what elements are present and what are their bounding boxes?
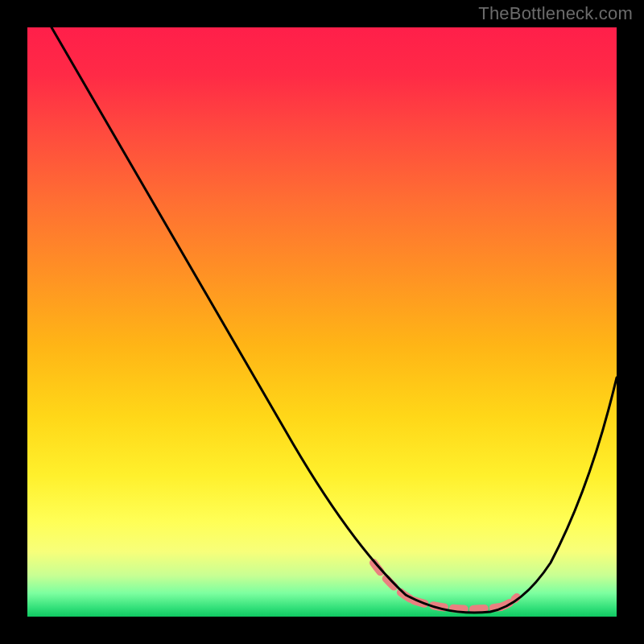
- plot-area: [27, 27, 617, 617]
- curve-path: [52, 27, 617, 613]
- attribution-text: TheBottleneck.com: [478, 3, 633, 24]
- bottleneck-curve: [27, 27, 617, 617]
- chart-frame: TheBottleneck.com: [0, 0, 644, 644]
